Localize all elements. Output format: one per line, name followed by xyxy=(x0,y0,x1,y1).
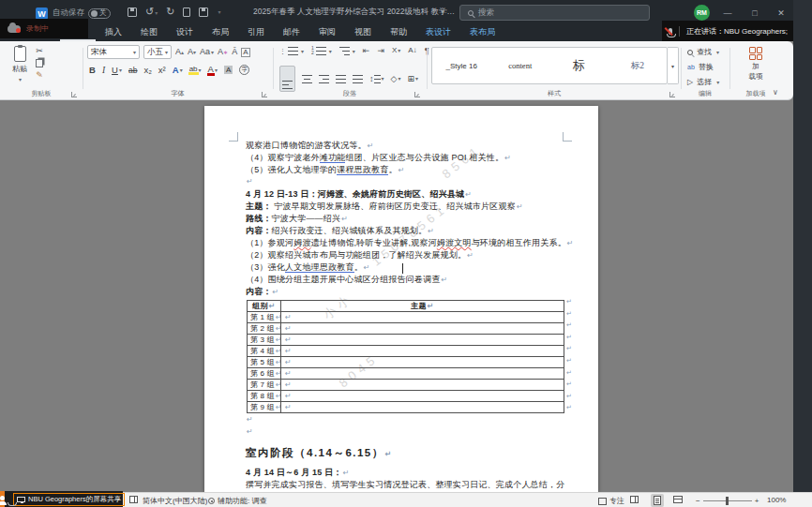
zoom-slider[interactable] xyxy=(703,500,752,501)
font-color-icon[interactable]: A▾ xyxy=(208,65,218,76)
tab-表布局[interactable]: 表布局 xyxy=(460,26,504,41)
theme-cell[interactable]: ↵ xyxy=(281,323,564,335)
font-dialog-launcher[interactable] xyxy=(262,92,267,97)
borders-icon[interactable]: ⊞▾ xyxy=(407,75,418,83)
web-layout-button[interactable] xyxy=(673,496,683,503)
highlight-color-icon[interactable]: ab▾ xyxy=(189,66,202,75)
justify-icon[interactable] xyxy=(336,75,346,83)
copy-icon[interactable] xyxy=(36,59,43,67)
shading-icon[interactable]: ◇▾ xyxy=(391,75,401,83)
zoom-in-icon[interactable]: + xyxy=(755,497,759,505)
theme-cell[interactable]: ↵ xyxy=(281,402,564,413)
language-status[interactable]: 简体中文(中国大陆) xyxy=(143,496,207,506)
select-button[interactable]: ▷选择▾ xyxy=(687,77,719,87)
title-chevron-icon[interactable]: ▾ xyxy=(441,7,444,16)
tab-审阅[interactable]: 审阅 xyxy=(309,26,345,41)
group-cell[interactable]: 第 3 组↵ xyxy=(248,335,281,346)
style-item[interactable]: _Style 16 xyxy=(432,48,491,83)
styles-dialog-launcher[interactable] xyxy=(669,92,675,97)
clear-formatting-icon[interactable]: A∗ xyxy=(218,48,228,56)
accessibility-status[interactable]: 辅助功能: 调查 xyxy=(208,496,266,506)
theme-cell[interactable]: ↵ xyxy=(281,391,564,402)
tab-布局[interactable]: 布局 xyxy=(203,26,238,41)
increase-indent-icon[interactable]: ⇥ xyxy=(377,46,384,55)
asian-layout-icon[interactable]: X▾ xyxy=(392,47,400,54)
document-page[interactable]: 856115078561小小8045 观察港口博物馆的游客状况等。↵（4）观察宁… xyxy=(204,106,598,492)
superscript-icon[interactable]: x² xyxy=(158,65,166,75)
align-right-icon[interactable] xyxy=(319,75,329,83)
save-as-icon[interactable] xyxy=(199,7,208,17)
font-name-select[interactable]: 宋体▾ xyxy=(87,45,140,59)
addins-button[interactable]: 加 载项 xyxy=(738,47,774,81)
table-header-cell[interactable]: 主题↵ xyxy=(281,301,564,312)
group-cell[interactable]: 第 1 组↵ xyxy=(248,312,281,323)
sort-icon[interactable]: A↓ xyxy=(408,47,416,54)
clipboard-dialog-launcher[interactable] xyxy=(71,92,77,97)
tab-绘图[interactable]: 绘图 xyxy=(131,26,167,41)
group-cell[interactable]: 第 5 组↵ xyxy=(248,357,281,368)
focus-button[interactable]: 专注 xyxy=(598,496,624,506)
undo-icon[interactable]: ↺▾ xyxy=(145,6,158,18)
tab-引用[interactable]: 引用 xyxy=(238,26,274,41)
print-preview-icon[interactable] xyxy=(183,7,190,17)
bullets-icon[interactable]: ⋮▾ xyxy=(279,47,304,55)
italic-icon[interactable]: I xyxy=(102,66,105,75)
save-icon[interactable] xyxy=(128,7,137,17)
distribute-icon[interactable] xyxy=(353,75,363,83)
zoom-out-icon[interactable]: − xyxy=(696,497,700,505)
format-painter-icon[interactable]: ✎ xyxy=(36,71,43,80)
zoom-slider-thumb[interactable] xyxy=(726,497,729,505)
collapse-ribbon-icon[interactable]: ∨ xyxy=(773,88,778,97)
group-cell[interactable]: 第 6 组↵ xyxy=(248,368,281,380)
shrink-font-icon[interactable]: A▾ xyxy=(188,48,196,56)
theme-cell[interactable]: ↵ xyxy=(281,380,564,391)
align-left-icon[interactable] xyxy=(279,66,295,92)
style-item[interactable]: 标 xyxy=(549,48,609,83)
theme-cell[interactable]: ↵ xyxy=(281,335,564,346)
theme-cell[interactable]: ↵ xyxy=(281,357,564,368)
group-cell[interactable]: 第 2 组↵ xyxy=(248,323,281,335)
text-effects-icon[interactable]: A▾ xyxy=(173,66,183,75)
group-cell[interactable]: 第 7 组↵ xyxy=(248,380,281,391)
group-cell[interactable]: 第 4 组↵ xyxy=(248,346,281,357)
qat-customize-icon[interactable]: ▾ xyxy=(218,8,220,15)
tab-视图[interactable]: 视图 xyxy=(345,26,381,41)
style-item[interactable]: 标2 xyxy=(609,48,668,83)
underline-icon[interactable]: U▾ xyxy=(112,66,122,75)
redo-icon[interactable]: ↻ xyxy=(166,6,174,18)
group-cell[interactable]: 第 8 组↵ xyxy=(248,391,281,402)
search-input[interactable]: 搜索 xyxy=(459,5,650,21)
phonetic-guide-icon[interactable]: Ā xyxy=(232,48,237,56)
numbering-icon[interactable]: 12▾ xyxy=(311,46,332,55)
table-header-cell[interactable]: 组别↵ xyxy=(248,301,281,312)
paragraph-dialog-launcher[interactable] xyxy=(414,92,420,97)
styles-gallery-more-icon[interactable]: ▾ xyxy=(668,47,679,84)
character-border-icon[interactable]: A xyxy=(241,48,249,57)
style-item[interactable]: content xyxy=(491,48,550,83)
groups-table[interactable]: 组别↵主题↵第 1 组↵↵第 2 组↵↵第 3 组↵↵第 4 组↵↵第 5 组↵… xyxy=(247,300,564,413)
group-cell[interactable]: 第 9 组↵ xyxy=(248,402,281,413)
multilevel-list-icon[interactable]: ▾ xyxy=(339,47,355,55)
align-center-icon[interactable] xyxy=(302,75,312,83)
grow-font-icon[interactable]: A▴ xyxy=(175,48,184,56)
change-case-icon[interactable]: Aa▾ xyxy=(200,48,214,56)
enclose-characters-icon[interactable]: 字 xyxy=(239,65,249,75)
character-shading-icon[interactable]: A xyxy=(224,66,233,74)
theme-cell[interactable]: ↵ xyxy=(281,312,564,323)
tab-插入[interactable]: 插入 xyxy=(96,26,131,41)
spellcheck-status[interactable] xyxy=(129,496,138,503)
participants-button[interactable] xyxy=(0,491,5,507)
cut-icon[interactable]: ✂ xyxy=(36,47,43,55)
read-mode-button[interactable] xyxy=(630,496,639,503)
line-spacing-icon[interactable]: ↕▾ xyxy=(369,75,384,83)
find-button[interactable]: 查找▾ xyxy=(687,47,719,57)
theme-cell[interactable]: ↵ xyxy=(281,346,564,357)
replace-button[interactable]: ab替换 xyxy=(687,62,714,72)
tab-邮件[interactable]: 邮件 xyxy=(274,26,309,41)
tab-表设计[interactable]: 表设计 xyxy=(416,26,460,41)
decrease-indent-icon[interactable]: ⇤ xyxy=(363,46,370,55)
zoom-level[interactable]: 100% xyxy=(767,496,786,504)
autosave-switch-icon[interactable]: 关 xyxy=(88,8,111,19)
theme-cell[interactable]: ↵ xyxy=(281,368,564,380)
subscript-icon[interactable]: x₂ xyxy=(143,65,151,75)
